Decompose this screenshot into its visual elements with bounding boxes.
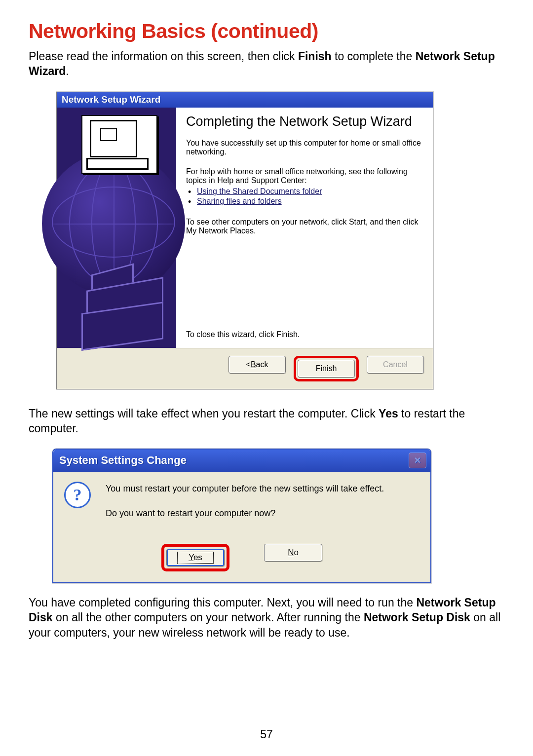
restart-title-text: System Settings Change: [59, 454, 187, 467]
wizard-content: Completing the Network Setup Wizard You …: [176, 108, 433, 348]
label-pre: <: [246, 360, 251, 369]
text: The new settings will take effect when y…: [29, 407, 379, 420]
wizard-button-row: < Back Finish Cancel: [57, 348, 433, 389]
wizard-sidebar-graphic: [57, 108, 176, 348]
intro-paragraph-3: You have completed configuring this comp…: [29, 595, 504, 640]
restart-line2: Do you want to restart your computer now…: [106, 506, 384, 521]
label-mnemonic: N: [288, 548, 294, 558]
text: to complete the: [332, 50, 416, 63]
text: .: [66, 65, 69, 77]
yes-button[interactable]: Yes: [166, 549, 225, 567]
restart-body: ? You must restart your computer before …: [53, 472, 430, 543]
restart-text: You must restart your computer before th…: [106, 482, 384, 530]
close-icon: ×: [409, 453, 426, 468]
restart-line1: You must restart your computer before th…: [106, 482, 384, 496]
system-settings-change-dialog: System Settings Change × ? You must rest…: [52, 449, 431, 583]
intro-paragraph-1: Please read the information on this scre…: [29, 49, 504, 79]
wizard-help-list: Using the Shared Documents folder Sharin…: [186, 187, 423, 207]
text: on all the other computers on your netwo…: [53, 611, 364, 624]
restart-button-row: Yes No: [53, 544, 430, 582]
cancel-button: Cancel: [367, 356, 424, 374]
no-button[interactable]: No: [264, 544, 322, 562]
question-icon: ?: [64, 482, 91, 508]
wizard-body: Completing the Network Setup Wizard You …: [57, 108, 433, 348]
computer-icon: [81, 115, 157, 174]
yes-button-highlight: Yes: [161, 544, 229, 571]
label-post: es: [193, 553, 202, 562]
page-title: Networking Basics (continued): [29, 20, 504, 43]
label-mnemonic: Y: [189, 553, 193, 562]
sharing-files-link[interactable]: Sharing files and folders: [197, 197, 282, 205]
label-mnemonic: B: [251, 360, 256, 369]
wizard-text: To see other computers on your network, …: [186, 218, 423, 235]
network-setup-wizard-dialog: Network Setup Wizard Completing the Netw…: [56, 92, 433, 389]
label-post: o: [294, 548, 298, 558]
finish-button[interactable]: Finish: [298, 360, 355, 378]
wizard-close-text: To close this wizard, click Finish.: [186, 330, 423, 339]
back-button[interactable]: < Back: [228, 356, 286, 374]
finish-button-highlight: Finish: [294, 356, 359, 381]
text-bold: Finish: [298, 50, 332, 63]
text: Please read the information on this scre…: [29, 50, 298, 63]
restart-titlebar: System Settings Change ×: [53, 450, 430, 472]
list-item: Sharing files and folders: [197, 197, 423, 206]
text-bold: Yes: [379, 407, 398, 420]
shared-documents-link[interactable]: Using the Shared Documents folder: [197, 187, 322, 195]
page-number: 57: [0, 728, 533, 741]
printer-icon: [76, 269, 170, 353]
label-post: ack: [256, 360, 268, 369]
wizard-text: For help with home or small office netwo…: [186, 167, 423, 185]
text: You have completed configuring this comp…: [29, 596, 416, 609]
wizard-heading: Completing the Network Setup Wizard: [186, 113, 423, 130]
list-item: Using the Shared Documents folder: [197, 187, 423, 196]
text-bold: Network Setup Disk: [364, 611, 470, 624]
wizard-text: You have successfully set up this comput…: [186, 139, 423, 156]
wizard-titlebar: Network Setup Wizard: [57, 92, 433, 108]
intro-paragraph-2: The new settings will take effect when y…: [29, 406, 504, 436]
